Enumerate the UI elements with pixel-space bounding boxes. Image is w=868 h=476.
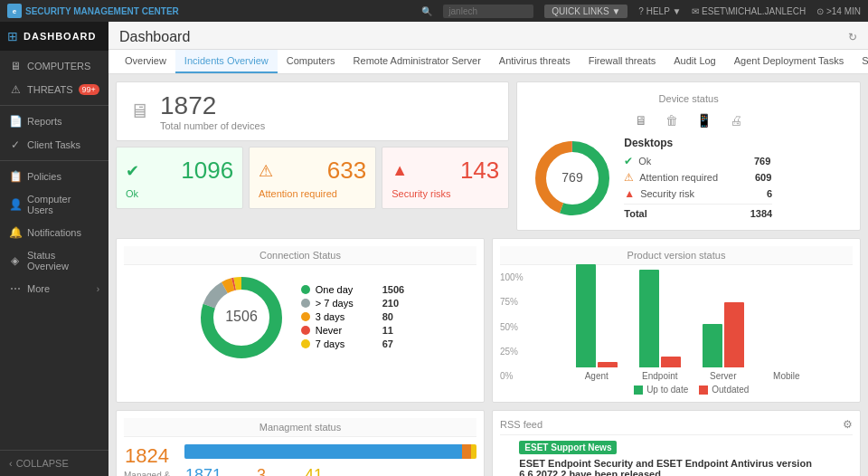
legend-attention: ⚠ Attention required 609 — [624, 171, 772, 184]
warning-label: Attention required — [259, 188, 366, 199]
donut-container: 769 Desktops ✔ Ok 769 ⚠ Attention r — [524, 133, 853, 223]
time-label: ⊙ >14 MIN — [816, 6, 861, 16]
y-0: 0% — [500, 371, 524, 381]
3days-label: 3 days — [316, 311, 370, 322]
sidebar-label-client-tasks: Client Tasks — [27, 139, 80, 150]
app-title: SECURITY MANAGEMENT CENTER — [25, 6, 179, 16]
7days-alt-dot — [301, 339, 310, 348]
connection-legend: One day 1506 > 7 days 210 3 days — [301, 284, 404, 352]
y-50: 50% — [500, 322, 524, 332]
tab-incidents-overview[interactable]: Incidents Overview — [175, 50, 278, 73]
sidebar-item-more[interactable]: ⋯ More › — [0, 277, 108, 300]
management-right: 1871 Managed ⊙ 3 Unmanaged ⊙ — [184, 444, 476, 476]
server-uptodate-bar — [703, 324, 722, 367]
search-input[interactable] — [443, 5, 533, 18]
threats-icon: ⚠ — [9, 83, 22, 96]
sidebar-item-reports[interactable]: 📄 Reports — [0, 109, 108, 133]
uptodate-label: Up to date — [646, 385, 688, 395]
conn-7days: > 7 days 210 — [301, 298, 404, 309]
sidebar-collapse-button[interactable]: ‹ COLLAPSE — [0, 450, 108, 476]
total-devices-label: Total number of devices — [160, 120, 265, 131]
middle-row: Connection Status — [116, 238, 861, 403]
security-risk-legend-label: Security risk — [640, 188, 740, 199]
connection-status-title: Connection Status — [124, 246, 476, 265]
total-devices-card: 🖥 1872 Total number of devices — [116, 81, 509, 141]
sidebar-item-computers[interactable]: 🖥 COMPUTERS — [0, 54, 108, 78]
warning-stat-card: ⚠ 633 Attention required — [249, 147, 376, 209]
quick-links-button[interactable]: QUICK LINKS ▼ — [544, 5, 627, 18]
tab-firewall[interactable]: Firewall threats — [580, 50, 665, 73]
rss-title: RSS feed — [500, 419, 542, 430]
tab-audit-log[interactable]: Audit Log — [665, 50, 724, 73]
conn-never: Never 11 — [301, 325, 404, 336]
tab-antivirus[interactable]: Antivirus threats — [490, 50, 580, 73]
outdated-legend: Outdated — [699, 385, 749, 395]
topbar-right: 🔍 QUICK LINKS ▼ ? HELP ▼ ✉ ESET\MICHAL.J… — [421, 5, 861, 18]
unmanaged-stat: 3 Unmanaged ⊙ — [237, 466, 286, 476]
connection-donut-chart: 1506 — [196, 272, 287, 363]
uptodate-legend: Up to date — [634, 385, 688, 395]
sidebar-item-notifications[interactable]: 🔔 Notifications — [0, 221, 108, 244]
sidebar-dashboard-header[interactable]: ⊞ DASHBOARD — [0, 22, 108, 51]
tab-agent-deployment[interactable]: Agent Deployment Tasks — [725, 50, 853, 73]
eset-logo-icon: e — [7, 4, 22, 18]
rss-nav-wrapper: ‹ ESET Support News ESET Endpoint Securi… — [500, 441, 853, 476]
more-icon: ⋯ — [9, 282, 22, 295]
managed-stat: 1871 Managed ⊙ — [184, 466, 222, 476]
endpoint-bar-group: Endpoint — [639, 270, 681, 381]
delete-icon[interactable]: 🗑 — [665, 113, 678, 128]
sidebar-item-client-tasks[interactable]: ✓ Client Tasks — [0, 133, 108, 157]
donut-chart: 769 — [532, 138, 613, 219]
danger-stat-card: ▲ 143 Security risks — [382, 147, 509, 209]
computer-icon: 🖥 — [9, 60, 22, 72]
sidebar-dashboard-label: DASHBOARD — [24, 31, 97, 42]
sidebar-item-computer-users[interactable]: 👤 Computer Users — [0, 188, 108, 221]
rss-badge: ESET Support News — [519, 441, 617, 454]
ok-number: 1096 — [181, 157, 233, 185]
server-bars — [703, 302, 744, 367]
users-icon: 👤 — [9, 198, 22, 211]
page-title: Dashboard — [119, 29, 190, 45]
agent-label: Agent — [585, 371, 609, 381]
danger-label: Security risks — [392, 188, 499, 199]
phone-icon[interactable]: 📱 — [696, 113, 712, 128]
device-category: Desktops — [624, 137, 772, 149]
one-day-dot — [301, 285, 310, 294]
user-label: ✉ ESET\MICHAL.JANLECH — [692, 6, 806, 16]
search-icon: 🔍 — [421, 6, 432, 16]
y-75: 75% — [500, 297, 524, 307]
sidebar-divider-2 — [0, 160, 108, 161]
ok-label: Ok — [126, 188, 233, 199]
sidebar-item-status-overview[interactable]: ◈ Status Overview — [0, 244, 108, 277]
one-day-value: 1506 — [382, 284, 404, 295]
status-icon: ◈ — [9, 254, 22, 267]
tab-remote-admin[interactable]: Remote Administrator Server — [344, 50, 490, 73]
one-day-label: One day — [316, 284, 370, 295]
danger-icon: ▲ — [392, 161, 408, 180]
printer-icon[interactable]: 🖨 — [730, 113, 742, 128]
tab-overview[interactable]: Overview — [116, 50, 175, 73]
unmanaged-stat-number: 3 — [257, 466, 266, 476]
top-bar: e SECURITY MANAGEMENT CENTER 🔍 QUICK LIN… — [0, 0, 868, 22]
sidebar-label-computers: COMPUTERS — [27, 61, 90, 71]
endpoint-outdated-bar — [661, 357, 681, 367]
tab-computers[interactable]: Computers — [278, 50, 344, 73]
conn-one-day: One day 1506 — [301, 284, 404, 295]
sidebar-item-policies[interactable]: 📋 Policies — [0, 165, 108, 188]
desktop-icon[interactable]: 🖥 — [635, 113, 647, 128]
endpoint-label: Endpoint — [642, 371, 677, 381]
notifications-icon: 🔔 — [9, 226, 22, 239]
check-icon: ✔ — [126, 161, 139, 181]
progress-yellow — [471, 444, 476, 459]
bottom-row: Managment status 1824 Managed &Protected… — [116, 410, 861, 476]
rss-settings-icon[interactable]: ⚙ — [843, 418, 853, 431]
connection-status-card: Connection Status — [116, 238, 485, 403]
app-logo: e SECURITY MANAGEMENT CENTER — [7, 4, 179, 18]
agent-bar-group: Agent — [576, 264, 618, 381]
refresh-icon[interactable]: ↻ — [848, 31, 857, 43]
tab-scans[interactable]: Scans — [853, 50, 868, 73]
sidebar-item-threats[interactable]: ⚠ THREATS 99+ — [0, 78, 108, 101]
attention-legend-label: Attention required — [639, 172, 739, 183]
sidebar-label-computer-users: Computer Users — [27, 194, 99, 215]
help-button[interactable]: ? HELP ▼ — [638, 6, 681, 16]
